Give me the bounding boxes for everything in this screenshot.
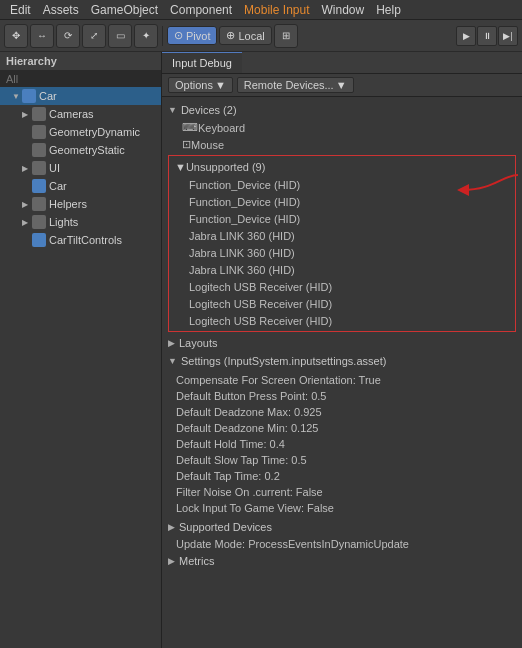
transform-tool-button[interactable]: ✦ <box>134 24 158 48</box>
rect-tool-button[interactable]: ▭ <box>108 24 132 48</box>
unsupported-item-2[interactable]: Function_Device (HID) <box>169 210 515 227</box>
settings-section-header[interactable]: ▼ Settings (InputSystem.inputsettings.as… <box>162 352 522 370</box>
settings-row-5: Default Slow Tap Time: 0.5 <box>162 452 522 468</box>
icon-geodynamic <box>32 125 46 139</box>
tree-label-helpers: Helpers <box>49 198 87 210</box>
settings-row-1: Default Button Press Point: 0.5 <box>162 388 522 404</box>
scale-tool-button[interactable]: ⤢ <box>82 24 106 48</box>
unsupported-label-2: Function_Device (HID) <box>189 213 300 225</box>
unsupported-item-6[interactable]: Logitech USB Receiver (HID) <box>169 278 515 295</box>
unsupported-arrow-icon: ▼ <box>175 161 186 173</box>
tree-item-geodynamic[interactable]: GeometryDynamic <box>0 123 161 141</box>
hierarchy-search[interactable] <box>0 71 161 87</box>
tree-item-ui[interactable]: ▶ UI <box>0 159 161 177</box>
tree-label-ui: UI <box>49 162 60 174</box>
remote-devices-button[interactable]: Remote Devices... ▼ <box>237 77 354 93</box>
metrics-arrow-icon: ▶ <box>168 556 175 566</box>
mouse-icon: ⊡ <box>182 138 191 151</box>
unsupported-header-label: Unsupported (9) <box>186 161 266 173</box>
unsupported-item-4[interactable]: Jabra LINK 360 (HID) <box>169 244 515 261</box>
move-tool-button[interactable]: ↔ <box>30 24 54 48</box>
menu-component[interactable]: Component <box>164 0 238 19</box>
grid-button[interactable]: ⊞ <box>274 24 298 48</box>
settings-value-6: Default Tap Time: 0.2 <box>176 470 280 482</box>
keyboard-label: Keyboard <box>198 122 245 134</box>
layouts-section-header[interactable]: ▶ Layouts <box>162 334 522 352</box>
unsupported-header[interactable]: ▼ Unsupported (9) <box>169 158 515 176</box>
update-mode-row: Update Mode: ProcessEventsInDynamicUpdat… <box>162 536 522 552</box>
hand-tool-button[interactable]: ✥ <box>4 24 28 48</box>
settings-row-4: Default Hold Time: 0.4 <box>162 436 522 452</box>
settings-value-3: Default Deadzone Min: 0.125 <box>176 422 318 434</box>
unsupported-label-1: Function_Device (HID) <box>189 196 300 208</box>
supported-devices-header-label: Supported Devices <box>179 521 272 533</box>
menu-gameobject[interactable]: GameObject <box>85 0 164 19</box>
devices-section-header[interactable]: ▼ Devices (2) <box>162 101 522 119</box>
icon-cameras <box>32 107 46 121</box>
tree-item-geostatic[interactable]: GeometryStatic <box>0 141 161 159</box>
play-button[interactable]: ▶ <box>456 26 476 46</box>
hierarchy-panel: Hierarchy ▼ Car ▶ Cameras GeometryDynami… <box>0 52 162 648</box>
debug-content[interactable]: ▼ Devices (2) ⌨ Keyboard ⊡ Mouse ▼ Unsup… <box>162 97 522 648</box>
unsupported-group: ▼ Unsupported (9) Function_Device (HID) … <box>168 155 516 332</box>
local-button[interactable]: ⊕ Local <box>219 26 271 45</box>
tree-item-cameras[interactable]: ▶ Cameras <box>0 105 161 123</box>
unsupported-item-7[interactable]: Logitech USB Receiver (HID) <box>169 295 515 312</box>
tree-item-helpers[interactable]: ▶ Helpers <box>0 195 161 213</box>
unsupported-item-1[interactable]: Function_Device (HID) <box>169 193 515 210</box>
pivot-label: Pivot <box>186 30 210 42</box>
tree-item-cartilt[interactable]: CarTiltControls <box>0 231 161 249</box>
settings-row-3: Default Deadzone Min: 0.125 <box>162 420 522 436</box>
content-panel: Input Debug Options ▼ Remote Devices... … <box>162 52 522 648</box>
unsupported-item-3[interactable]: Jabra LINK 360 (HID) <box>169 227 515 244</box>
icon-ui <box>32 161 46 175</box>
pause-button[interactable]: ⏸ <box>477 26 497 46</box>
tree-item-lights[interactable]: ▶ Lights <box>0 213 161 231</box>
tree-label-lights: Lights <box>49 216 78 228</box>
settings-value-7: Filter Noise On .current: False <box>176 486 323 498</box>
settings-row-0: Compensate For Screen Orientation: True <box>162 372 522 388</box>
menu-mobile-input[interactable]: Mobile Input <box>238 0 315 19</box>
supported-devices-section-header[interactable]: ▶ Supported Devices <box>162 518 522 536</box>
remote-devices-arrow-icon: ▼ <box>336 79 347 91</box>
settings-value-2: Default Deadzone Max: 0.925 <box>176 406 322 418</box>
options-label: Options <box>175 79 213 91</box>
tab-bar: Input Debug <box>162 52 522 74</box>
pivot-icon: ⊙ <box>174 29 183 42</box>
settings-row-2: Default Deadzone Max: 0.925 <box>162 404 522 420</box>
tree-label-cameras: Cameras <box>49 108 94 120</box>
settings-row-8: Lock Input To Game View: False <box>162 500 522 516</box>
menu-assets[interactable]: Assets <box>37 0 85 19</box>
menu-bar: Edit Assets GameObject Component Mobile … <box>0 0 522 20</box>
settings-section: Compensate For Screen Orientation: True … <box>162 370 522 518</box>
tree-item-car-root[interactable]: ▼ Car <box>0 87 161 105</box>
icon-car-child <box>32 179 46 193</box>
settings-value-1: Default Button Press Point: 0.5 <box>176 390 326 402</box>
pivot-button[interactable]: ⊙ Pivot <box>167 26 217 45</box>
mouse-item[interactable]: ⊡ Mouse <box>162 136 522 153</box>
keyboard-item[interactable]: ⌨ Keyboard <box>162 119 522 136</box>
menu-help[interactable]: Help <box>370 0 407 19</box>
step-button[interactable]: ▶| <box>498 26 518 46</box>
arrow-lights: ▶ <box>22 218 32 227</box>
settings-value-0: Compensate For Screen Orientation: True <box>176 374 381 386</box>
unsupported-item-5[interactable]: Jabra LINK 360 (HID) <box>169 261 515 278</box>
tree-item-car-child[interactable]: Car <box>0 177 161 195</box>
main-layout: Hierarchy ▼ Car ▶ Cameras GeometryDynami… <box>0 52 522 648</box>
tree-label-geodynamic: GeometryDynamic <box>49 126 140 138</box>
menu-edit[interactable]: Edit <box>4 0 37 19</box>
tree-label-cartilt: CarTiltControls <box>49 234 122 246</box>
icon-cartilt <box>32 233 46 247</box>
unsupported-item-8[interactable]: Logitech USB Receiver (HID) <box>169 312 515 329</box>
options-button[interactable]: Options ▼ <box>168 77 233 93</box>
metrics-section-header[interactable]: ▶ Metrics <box>162 552 522 570</box>
metrics-header-label: Metrics <box>179 555 214 567</box>
unsupported-label-0: Function_Device (HID) <box>189 179 300 191</box>
rotate-tool-button[interactable]: ⟳ <box>56 24 80 48</box>
tab-input-debug[interactable]: Input Debug <box>162 52 242 73</box>
local-icon: ⊕ <box>226 29 235 42</box>
menu-window[interactable]: Window <box>315 0 370 19</box>
local-label: Local <box>238 30 264 42</box>
unsupported-label-4: Jabra LINK 360 (HID) <box>189 247 295 259</box>
unsupported-item-0[interactable]: Function_Device (HID) <box>169 176 515 193</box>
